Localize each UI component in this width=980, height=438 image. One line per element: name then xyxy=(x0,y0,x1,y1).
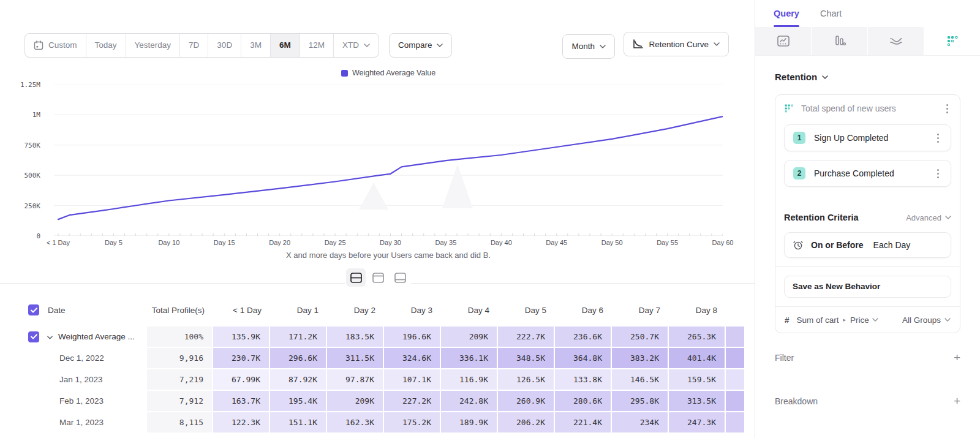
retention-value-cell[interactable]: 364.8K xyxy=(555,348,612,368)
retention-value-cell[interactable]: 171.2K xyxy=(270,327,327,347)
table-row[interactable]: Dec 1, 20229,916230.7K296.6K311.5K324.6K… xyxy=(0,348,755,368)
layout-toggles xyxy=(345,267,411,288)
retention-value-cell[interactable]: 222.7K xyxy=(498,327,555,347)
date-range-xtd[interactable]: XTD xyxy=(333,34,379,57)
layout-table-bottom-button[interactable] xyxy=(390,268,410,287)
retention-value-cell[interactable]: 175.2K xyxy=(384,412,441,432)
date-range-label: 30D xyxy=(217,40,232,50)
granularity-dropdown[interactable]: Month xyxy=(562,34,615,59)
retention-value-cell[interactable]: 250.7K xyxy=(612,327,669,347)
groups-dropdown[interactable]: All Groups xyxy=(902,315,951,325)
retention-value-cell[interactable]: 195.4K xyxy=(270,391,327,411)
retention-value-cell[interactable]: 280.6K xyxy=(555,391,612,411)
retention-value-cell[interactable]: 151.1K xyxy=(270,412,327,432)
retention-line-chart[interactable] xyxy=(54,85,723,236)
funnels-view-button[interactable] xyxy=(812,27,868,55)
step-event-label: Sign Up Completed xyxy=(814,133,933,143)
retention-value-cell[interactable]: 221.4K xyxy=(555,412,612,432)
y-tick-label: 750K xyxy=(24,141,41,149)
retention-section-dropdown[interactable]: Retention xyxy=(775,72,960,82)
retention-value-cell[interactable]: 107.1K xyxy=(384,369,441,390)
retention-value-cell[interactable]: 122.3K xyxy=(213,412,270,432)
date-range-7d[interactable]: 7D xyxy=(179,34,208,57)
kebab-menu-icon[interactable] xyxy=(943,104,951,113)
behavior-step[interactable]: 2Purchase Completed xyxy=(784,160,951,187)
row-label: Mar 1, 2023 xyxy=(59,418,104,427)
flows-view-button[interactable] xyxy=(868,27,924,55)
measure-row: # Sum of cart ▸ Price All Groups xyxy=(775,307,960,333)
date-range-today[interactable]: Today xyxy=(86,34,126,57)
add-filter-button[interactable]: + xyxy=(954,352,960,363)
retention-criteria-label: Retention Criteria xyxy=(784,213,859,222)
chevron-down-icon[interactable] xyxy=(47,332,53,341)
add-breakdown-button[interactable]: + xyxy=(954,395,960,407)
table-row[interactable]: Jan 1, 20237,21967.99K87.92K97.87K107.1K… xyxy=(0,369,755,390)
criteria-mode-dropdown[interactable]: Advanced xyxy=(906,213,951,222)
date-range-30d[interactable]: 30D xyxy=(208,34,241,57)
retention-value-cell[interactable]: 324.6K xyxy=(384,348,441,368)
select-all-checkbox[interactable] xyxy=(28,304,39,315)
filter-label: Filter xyxy=(775,353,794,363)
retention-value-cell[interactable]: 162.3K xyxy=(327,412,384,432)
layout-split-view-button[interactable] xyxy=(346,268,366,287)
retention-value-cell[interactable]: 116.9K xyxy=(441,369,498,390)
layout-chart-top-button[interactable] xyxy=(368,268,388,287)
table-row[interactable]: Weighted Average ...100%135.9K171.2K183.… xyxy=(0,327,755,347)
step-number-badge: 2 xyxy=(793,167,805,179)
retention-value-cell[interactable]: 265.3K xyxy=(669,327,726,347)
kebab-menu-icon[interactable] xyxy=(933,134,942,143)
retention-value-cell[interactable]: 159.5K xyxy=(669,369,726,390)
retention-value-cell[interactable]: 348.5K xyxy=(498,348,555,368)
tab-query[interactable]: Query xyxy=(774,9,799,27)
retention-value-cell[interactable]: 206.2K xyxy=(498,412,555,432)
retention-value-cell[interactable]: 67.99K xyxy=(213,369,270,390)
date-range-12m[interactable]: 12M xyxy=(300,34,333,57)
retention-value-cell[interactable]: 87.92K xyxy=(270,369,327,390)
retention-value-cell[interactable]: 336.1K xyxy=(441,348,498,368)
save-as-new-behavior-button[interactable]: Save as New Behavior xyxy=(784,276,951,298)
retention-condition-card[interactable]: On or Before Each Day xyxy=(784,232,951,258)
retention-value-cell[interactable]: 227.2K xyxy=(384,391,441,411)
retention-value-cell[interactable]: 189.9K xyxy=(441,412,498,432)
retention-value-cell[interactable]: 183.5K xyxy=(327,327,384,347)
retention-value-cell[interactable]: 133.8K xyxy=(555,369,612,390)
measure-property-dropdown[interactable]: Sum of cart ▸ Price xyxy=(797,315,878,325)
retention-value-cell[interactable]: 135.9K xyxy=(213,327,270,347)
row-checkbox[interactable] xyxy=(28,331,39,342)
retention-value-cell[interactable]: 163.7K xyxy=(213,391,270,411)
retention-value-cell[interactable]: 247.3K xyxy=(669,412,726,432)
retention-value-cell[interactable]: 313.5K xyxy=(669,391,726,411)
retention-view-button[interactable] xyxy=(924,27,980,55)
retention-value-cell[interactable]: 236.6K xyxy=(555,327,612,347)
retention-value-cell[interactable]: 260.9K xyxy=(498,391,555,411)
retention-value-cell[interactable]: 209K xyxy=(441,327,498,347)
table-row[interactable]: Mar 1, 20238,115122.3K151.1K162.3K175.2K… xyxy=(0,412,755,432)
partial-day-cell xyxy=(726,327,744,347)
retention-value-cell[interactable]: 242.8K xyxy=(441,391,498,411)
retention-value-cell[interactable]: 401.4K xyxy=(669,348,726,368)
retention-value-cell[interactable]: 126.5K xyxy=(498,369,555,390)
retention-value-cell[interactable]: 295.8K xyxy=(612,391,669,411)
retention-value-cell[interactable]: 234K xyxy=(612,412,669,432)
retention-value-cell[interactable]: 196.6K xyxy=(384,327,441,347)
table-row[interactable]: Feb 1, 20237,912163.7K195.4K209K227.2K24… xyxy=(0,391,755,411)
compare-button[interactable]: Compare xyxy=(389,33,453,58)
chart-type-dropdown[interactable]: Retention Curve xyxy=(624,32,729,56)
date-range-6m[interactable]: 6M xyxy=(270,34,300,57)
retention-value-cell[interactable]: 230.7K xyxy=(213,348,270,368)
insights-view-button[interactable] xyxy=(755,27,812,55)
column-header-day: Day 6 xyxy=(555,306,612,315)
kebab-menu-icon[interactable] xyxy=(933,169,942,178)
retention-value-cell[interactable]: 146.5K xyxy=(612,369,669,390)
compare-label: Compare xyxy=(398,40,432,50)
date-range-3m[interactable]: 3M xyxy=(241,34,270,57)
date-range-custom[interactable]: Custom xyxy=(25,34,86,57)
retention-value-cell[interactable]: 296.6K xyxy=(270,348,327,368)
retention-value-cell[interactable]: 97.87K xyxy=(327,369,384,390)
retention-value-cell[interactable]: 311.5K xyxy=(327,348,384,368)
date-range-yesterday[interactable]: Yesterday xyxy=(126,34,180,57)
tab-chart[interactable]: Chart xyxy=(820,9,842,27)
retention-value-cell[interactable]: 383.2K xyxy=(612,348,669,368)
behavior-step[interactable]: 1Sign Up Completed xyxy=(784,124,951,151)
retention-value-cell[interactable]: 209K xyxy=(327,391,384,411)
